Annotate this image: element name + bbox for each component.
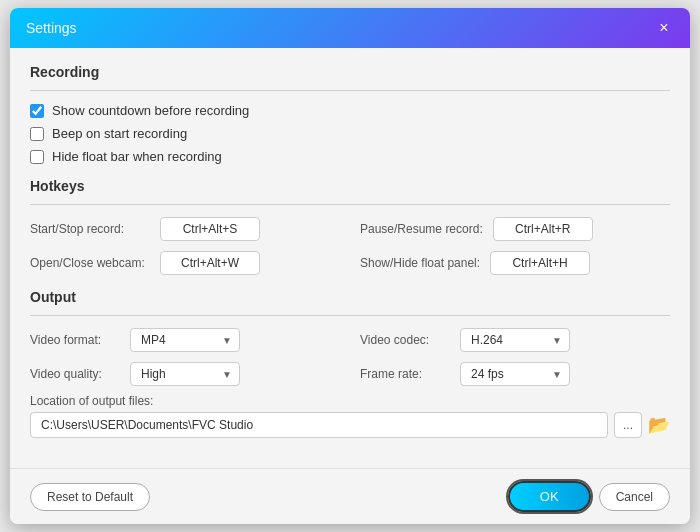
- close-button[interactable]: ×: [654, 18, 674, 38]
- video-quality-select[interactable]: High Medium Low: [130, 362, 240, 386]
- recording-divider: [30, 90, 670, 91]
- hotkey-row-pause-resume: Pause/Resume record:: [360, 217, 670, 241]
- video-format-wrapper: MP4 AVI MOV WMV ▼: [130, 328, 240, 352]
- dialog-content: Recording Show countdown before recordin…: [10, 48, 690, 468]
- hotkey-label-pause-resume: Pause/Resume record:: [360, 222, 483, 236]
- hotkey-label-start-stop: Start/Stop record:: [30, 222, 150, 236]
- output-grid: Video format: MP4 AVI MOV WMV ▼ Video co…: [30, 328, 670, 386]
- recording-section-title: Recording: [30, 64, 670, 80]
- output-divider: [30, 315, 670, 316]
- hotkeys-section: Hotkeys Start/Stop record: Pause/Resume …: [30, 178, 670, 275]
- checkbox-countdown[interactable]: [30, 104, 44, 118]
- hotkeys-section-title: Hotkeys: [30, 178, 670, 194]
- open-folder-button[interactable]: 📂: [648, 414, 670, 436]
- title-bar: Settings ×: [10, 8, 690, 48]
- video-codec-select[interactable]: H.264 H.265 MPEG-4: [460, 328, 570, 352]
- hotkey-row-start-stop: Start/Stop record:: [30, 217, 340, 241]
- output-label-frame-rate: Frame rate:: [360, 367, 450, 381]
- video-format-select[interactable]: MP4 AVI MOV WMV: [130, 328, 240, 352]
- dialog-title: Settings: [26, 20, 77, 36]
- ok-button[interactable]: OK: [508, 481, 591, 512]
- video-quality-wrapper: High Medium Low ▼: [130, 362, 240, 386]
- output-section-title: Output: [30, 289, 670, 305]
- output-row-frame-rate: Frame rate: 24 fps 30 fps 60 fps ▼: [360, 362, 670, 386]
- hotkeys-grid: Start/Stop record: Pause/Resume record: …: [30, 217, 670, 275]
- recording-section: Recording Show countdown before recordin…: [30, 64, 670, 164]
- output-row-video-format: Video format: MP4 AVI MOV WMV ▼: [30, 328, 340, 352]
- hotkey-input-webcam[interactable]: [160, 251, 260, 275]
- output-label-video-codec: Video codec:: [360, 333, 450, 347]
- dialog-footer: Reset to Default OK Cancel: [10, 468, 690, 524]
- output-row-video-quality: Video quality: High Medium Low ▼: [30, 362, 340, 386]
- folder-icon: 📂: [648, 415, 670, 435]
- hotkey-input-pause-resume[interactable]: [493, 217, 593, 241]
- browse-dots-button[interactable]: ...: [614, 412, 642, 438]
- hotkeys-divider: [30, 204, 670, 205]
- checkbox-countdown-label: Show countdown before recording: [52, 103, 249, 118]
- cancel-button[interactable]: Cancel: [599, 483, 670, 511]
- checkbox-floatbar[interactable]: [30, 150, 44, 164]
- checkbox-floatbar-label: Hide float bar when recording: [52, 149, 222, 164]
- location-input-row: ... 📂: [30, 412, 670, 438]
- hotkey-row-float-panel: Show/Hide float panel:: [360, 251, 670, 275]
- checkbox-row-floatbar: Hide float bar when recording: [30, 149, 670, 164]
- reset-to-default-button[interactable]: Reset to Default: [30, 483, 150, 511]
- frame-rate-wrapper: 24 fps 30 fps 60 fps ▼: [460, 362, 570, 386]
- checkbox-beep[interactable]: [30, 127, 44, 141]
- output-label-video-format: Video format:: [30, 333, 120, 347]
- output-section: Output Video format: MP4 AVI MOV WMV ▼: [30, 289, 670, 438]
- checkbox-row-beep: Beep on start recording: [30, 126, 670, 141]
- output-label-video-quality: Video quality:: [30, 367, 120, 381]
- hotkey-input-start-stop[interactable]: [160, 217, 260, 241]
- hotkey-label-webcam: Open/Close webcam:: [30, 256, 150, 270]
- location-input[interactable]: [30, 412, 608, 438]
- hotkey-input-float-panel[interactable]: [490, 251, 590, 275]
- checkbox-beep-label: Beep on start recording: [52, 126, 187, 141]
- video-codec-wrapper: H.264 H.265 MPEG-4 ▼: [460, 328, 570, 352]
- hotkey-row-webcam: Open/Close webcam:: [30, 251, 340, 275]
- output-row-video-codec: Video codec: H.264 H.265 MPEG-4 ▼: [360, 328, 670, 352]
- frame-rate-select[interactable]: 24 fps 30 fps 60 fps: [460, 362, 570, 386]
- hotkey-label-float-panel: Show/Hide float panel:: [360, 256, 480, 270]
- checkbox-row-countdown: Show countdown before recording: [30, 103, 670, 118]
- footer-right: OK Cancel: [508, 481, 670, 512]
- location-row: Location of output files: ... 📂: [30, 394, 670, 438]
- settings-dialog: Settings × Recording Show countdown befo…: [10, 8, 690, 524]
- location-label: Location of output files:: [30, 394, 670, 408]
